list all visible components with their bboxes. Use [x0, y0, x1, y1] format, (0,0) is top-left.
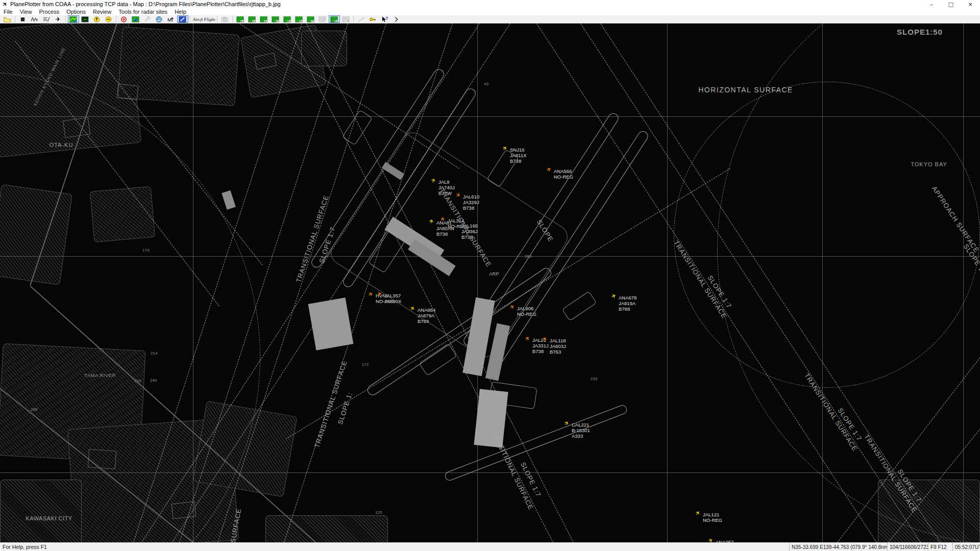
aircft-list-button[interactable]: Aircft: [192, 15, 204, 23]
share-aircraft-button[interactable]: [130, 15, 141, 23]
urban-hatch-area: [265, 515, 388, 542]
record-button[interactable]: [118, 15, 130, 23]
radar-screen-button[interactable]: [80, 15, 91, 23]
aircraft-label-line: NO-REG: [517, 311, 536, 317]
aircraft-ana864[interactable]: ✈ANA864JA879AB789: [418, 307, 435, 324]
svg-text:7: 7: [311, 19, 313, 22]
sharpen-button[interactable]: [41, 15, 52, 23]
map-label: TOKYO BAY: [911, 161, 947, 167]
toolbar-separator: [15, 16, 15, 22]
toolbar-separator: [116, 16, 116, 22]
aircraft-icon[interactable]: ✈: [524, 335, 531, 342]
map-canvas[interactable]: SLOPE1:50HORIZONTAL SURFACETOKYO BAYOTA-…: [0, 23, 980, 542]
map-label: TAMA RIVER: [84, 372, 116, 378]
aircraft-label-line: JAL357: [384, 293, 401, 298]
context-help-button[interactable]: ?: [379, 15, 390, 23]
chart-preset-3-button[interactable]: 3: [258, 15, 270, 23]
menu-view[interactable]: View: [16, 9, 36, 15]
toolbar-separator: [353, 16, 354, 22]
map-upload-button[interactable]: M: [165, 15, 177, 23]
aircraft-jal357[interactable]: ✈JAL357JA850X: [384, 293, 401, 304]
aircraft-ana566[interactable]: ✈ANA566NO-REG: [554, 168, 573, 180]
aircraft-icon[interactable]: ✈: [368, 290, 375, 297]
aircraft-label-line: B763: [550, 349, 566, 355]
snapshot-button[interactable]: [219, 15, 231, 23]
aircraft-label-line: JAL906: [517, 306, 536, 311]
chart-preset-5-button[interactable]: 5: [282, 15, 293, 23]
aircraft-jal906[interactable]: ✈JAL906NO-REG: [517, 306, 536, 317]
aircraft-cal221[interactable]: ✈CAL221B-18301A333: [572, 422, 590, 439]
chart-preset-9-button[interactable]: 9: [329, 15, 340, 23]
aircraft-jal118[interactable]: ✈JAL118JA603JB763: [550, 338, 566, 355]
map-label: KAWASAKI CITY: [26, 515, 72, 521]
aircraft-label-line: B789: [418, 318, 435, 324]
aircraft-jal610[interactable]: ✈JAL610JA329JB738: [463, 194, 479, 211]
grid-line-vertical: [667, 23, 668, 542]
mark-mode-button[interactable]: [177, 15, 188, 23]
chart-preset-7-button[interactable]: 7: [305, 15, 316, 23]
aircraft-label-line: B738: [532, 348, 549, 354]
aircraft-ana257[interactable]: ✈ANA257: [716, 539, 733, 542]
aircraft-jal121[interactable]: ✈JAL121NO-REG: [703, 512, 722, 523]
svg-text:2: 2: [253, 19, 254, 22]
spot-elevation: 220: [134, 379, 141, 383]
menu-tools-for-radar-sites[interactable]: Tools for radar sites: [115, 9, 171, 15]
aircraft-ana678[interactable]: ✈ANA678JA819AB788: [619, 295, 636, 312]
aircraft-icon[interactable]: ✈: [707, 537, 715, 542]
map-scene: SLOPE1:50HORIZONTAL SURFACETOKYO BAYOTA-…: [0, 23, 980, 542]
title-bar: ✈ PlanePlotter from COAA - processing TC…: [0, 0, 980, 8]
zoom-in-button[interactable]: [91, 15, 103, 23]
airport-outline: [172, 502, 197, 519]
chart-preset-4-button[interactable]: 4: [270, 15, 281, 23]
menu-help[interactable]: Help: [171, 9, 190, 15]
draw-line-button[interactable]: [356, 15, 367, 23]
aircraft-label-line: ANA678: [619, 295, 636, 300]
flight-list-button[interactable]: Flight: [204, 15, 215, 23]
airport-outline: [326, 128, 572, 362]
chart-preset-10-button[interactable]: 10: [340, 15, 352, 23]
aircraft-jal165[interactable]: JAL165JA336JB738: [461, 223, 478, 240]
tools-button[interactable]: [142, 15, 153, 23]
chart-preset-6-button[interactable]: 6: [293, 15, 305, 23]
menu-file[interactable]: File: [0, 9, 16, 15]
window-title: PlanePlotter from COAA - processing TCP …: [10, 1, 281, 7]
window-controls: – □ ×: [922, 0, 980, 8]
maximize-button[interactable]: □: [941, 0, 961, 8]
more-tools-button[interactable]: [391, 15, 402, 23]
aircraft-select-button[interactable]: ✈: [53, 15, 64, 23]
chart-preset-1-button[interactable]: 1: [235, 15, 246, 23]
minimize-button[interactable]: –: [922, 0, 941, 8]
aircraft-label-line: B738: [436, 231, 454, 237]
aircraft-icon[interactable]: ✈: [694, 510, 701, 517]
aircraft-label-line: CAL221: [572, 422, 590, 428]
key-button[interactable]: [368, 15, 379, 23]
svg-text:3: 3: [264, 19, 266, 22]
aircraft-snj16[interactable]: ✈SNJ16JA811XB738: [510, 147, 527, 164]
menu-review[interactable]: Review: [89, 9, 115, 15]
spot-elevation: 214: [151, 351, 157, 356]
menu-bar: FileViewProcessOptionsReviewTools for ra…: [0, 8, 980, 15]
chart-preset-2-button[interactable]: 2: [247, 15, 258, 23]
close-button[interactable]: ×: [961, 0, 980, 8]
svg-text:1: 1: [241, 19, 242, 22]
aircraft-icon[interactable]: ✈: [546, 166, 552, 173]
chart-preset-8-button[interactable]: 8: [317, 15, 328, 23]
signal-graph-button[interactable]: [29, 15, 40, 23]
network-globe-button[interactable]: [154, 15, 165, 23]
chart-view-button[interactable]: [68, 15, 79, 23]
surface-arc: [0, 71, 260, 542]
airport-building: [474, 389, 508, 447]
airport-outline: [117, 84, 139, 100]
aircraft-ana81[interactable]: ✈ANA81JA80ANB738: [436, 220, 454, 237]
stop-processing-button[interactable]: [17, 15, 29, 23]
aircraft-jal9[interactable]: ✈JAL9JA740JB77W: [438, 179, 455, 196]
open-file-button[interactable]: [2, 15, 13, 23]
menu-process[interactable]: Process: [35, 9, 63, 15]
airport-outline: [88, 449, 116, 469]
zoom-out-button[interactable]: [103, 15, 114, 23]
aircraft-icon[interactable]: ✈: [610, 293, 617, 300]
menu-options[interactable]: Options: [63, 9, 89, 15]
svg-text:10: 10: [347, 19, 350, 22]
svg-text:8: 8: [323, 19, 325, 22]
aircraft-label-line: NO-REG: [703, 517, 722, 523]
